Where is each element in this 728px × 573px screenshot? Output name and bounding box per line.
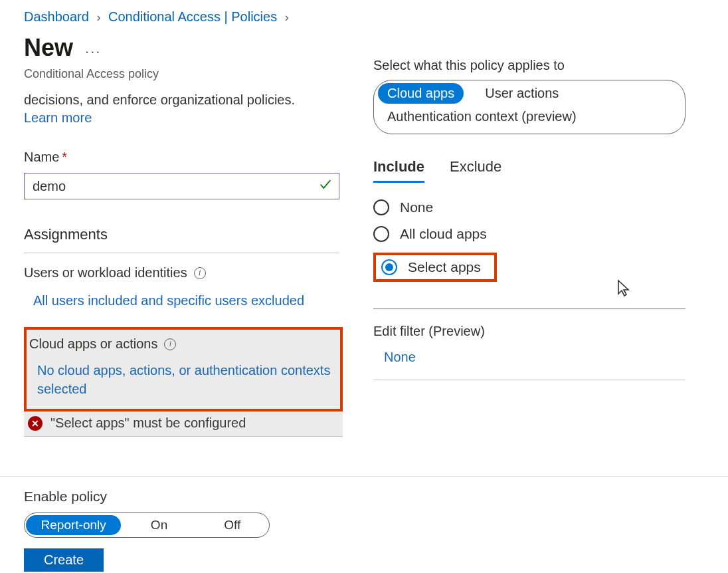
radio-label: All cloud apps [400,226,487,242]
radio-all-cloud-apps[interactable]: All cloud apps [373,226,678,242]
create-button[interactable]: Create [24,548,104,572]
radio-label: None [400,199,433,215]
more-actions-icon[interactable]: ··· [85,45,101,59]
divider [373,308,685,309]
policy-name-input[interactable] [24,173,339,199]
chevron-right-icon: › [285,11,289,24]
seg-user-actions[interactable]: User actions [476,83,568,104]
toggle-on[interactable]: On [122,515,195,535]
breadcrumb: Dashboard › Conditional Access | Policie… [0,0,728,25]
page-title: New [24,34,73,62]
radio-icon [381,259,397,275]
checkmark-icon [318,177,333,195]
assignments-heading: Assignments [24,226,339,253]
required-indicator: * [62,150,67,164]
toggle-off[interactable]: Off [196,515,269,535]
applies-to-label: Select what this policy applies to [373,58,678,73]
seg-cloud-apps[interactable]: Cloud apps [378,83,464,104]
enable-policy-toggle: Report-only On Off [24,513,270,538]
info-icon[interactable]: i [164,338,176,350]
seg-auth-context[interactable]: Authentication context (preview) [378,106,674,127]
users-label: Users or workload identities [24,265,187,281]
error-text: "Select apps" must be configured [50,415,246,431]
tab-exclude[interactable]: Exclude [450,158,501,183]
radio-icon [373,199,389,215]
cloud-apps-summary-link[interactable]: No cloud apps, actions, or authenticatio… [27,361,332,398]
tab-include[interactable]: Include [373,158,424,183]
toggle-report-only[interactable]: Report-only [26,515,121,535]
include-exclude-tabs: Include Exclude [373,158,678,183]
divider [373,380,685,380]
cloud-apps-block[interactable]: Cloud apps or actions i No cloud apps, a… [24,327,343,411]
cloud-apps-label: Cloud apps or actions [29,336,157,352]
radio-label: Select apps [408,259,481,275]
edit-filter-label: Edit filter (Preview) [373,324,678,339]
filter-value-link[interactable]: None [373,350,678,365]
learn-more-link[interactable]: Learn more [24,110,92,126]
radio-icon [373,226,389,242]
radio-select-apps-highlight: Select apps [373,253,497,282]
breadcrumb-conditional-access[interactable]: Conditional Access | Policies [108,9,277,24]
validation-error-row: ✕ "Select apps" must be configured [24,411,343,437]
users-row[interactable]: Users or workload identities i [24,265,339,281]
error-icon: ✕ [28,416,43,431]
name-label: Name* [24,150,339,165]
radio-select-apps[interactable]: Select apps [380,259,481,275]
radio-none[interactable]: None [373,199,678,215]
users-summary-link[interactable]: All users included and specific users ex… [24,291,339,310]
enable-policy-label: Enable policy [24,489,728,505]
bottom-bar: Enable policy Report-only On Off Create [0,476,728,573]
policy-description: decisions, and enforce organizational po… [24,90,339,109]
info-icon[interactable]: i [194,267,206,279]
applies-to-segmented: Cloud apps User actions Authentication c… [373,80,685,134]
page-subtitle: Conditional Access policy [24,67,339,81]
chevron-right-icon: › [96,11,100,24]
breadcrumb-dashboard[interactable]: Dashboard [24,9,89,24]
